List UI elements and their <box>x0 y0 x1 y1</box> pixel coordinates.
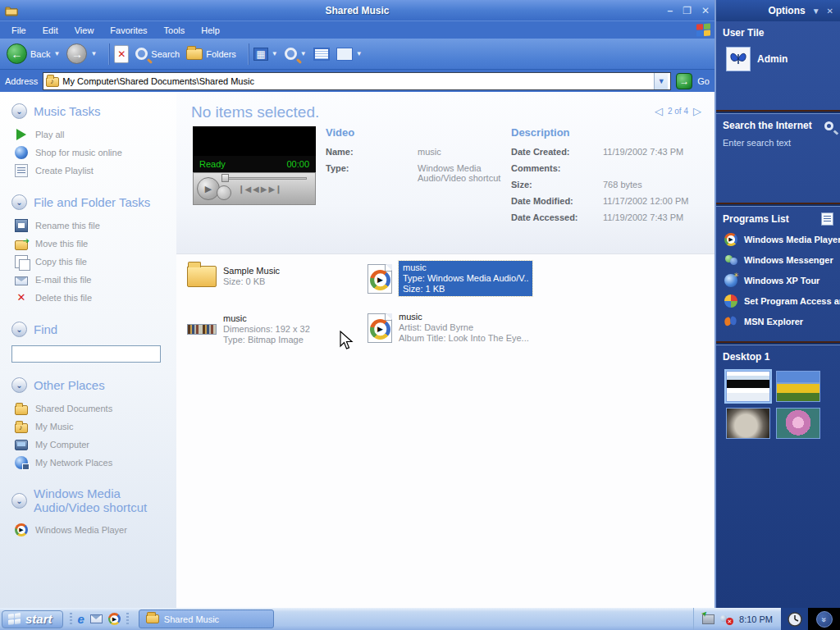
program-messenger[interactable]: Windows Messenger <box>724 253 833 267</box>
menu-view[interactable]: View <box>66 21 103 39</box>
zoom-button[interactable]: ▼ <box>285 48 307 60</box>
email-launch-icon[interactable] <box>90 614 103 623</box>
task-copy-file[interactable]: Copy this file <box>0 253 176 271</box>
file-tile-sample-music[interactable]: Sample Music Size: 0 KB <box>187 266 280 287</box>
search-button[interactable]: Search <box>135 48 180 60</box>
collapse-chevron-icon[interactable]: ⌄ <box>11 493 27 509</box>
tiles-view-button[interactable]: ▼ <box>336 48 363 61</box>
back-button[interactable]: ← Back ▼ <box>7 43 60 64</box>
clock-icon[interactable] <box>788 612 802 627</box>
sidebar-clock-zone <box>781 608 808 630</box>
rewind-button[interactable]: ◀ <box>253 185 259 194</box>
play-icon <box>15 128 28 141</box>
internet-explorer-icon[interactable]: e <box>78 613 84 626</box>
globe-icon <box>15 146 28 159</box>
pager-prev-icon[interactable]: ◁ <box>655 105 663 117</box>
chevron-expand-icon[interactable]: » <box>816 611 833 628</box>
program-xp-tour[interactable]: Windows XP Tour <box>724 274 833 287</box>
wmp-file-icon <box>368 313 392 343</box>
computer-icon <box>15 440 28 450</box>
folders-button[interactable]: Folders <box>186 48 236 60</box>
video-details-title: Video <box>326 126 506 139</box>
views-dropdown-icon[interactable]: ▼ <box>272 50 278 57</box>
safely-remove-hardware-icon[interactable] <box>702 614 714 624</box>
file-tile-music-bitmap[interactable]: music Dimensions: 192 x 32 Type: Bitmap … <box>187 313 310 345</box>
desktop-thumbnail-3[interactable] <box>726 408 770 439</box>
place-shared-documents[interactable]: Shared Documents <box>0 399 176 418</box>
close-button[interactable]: ✕ <box>701 3 710 18</box>
toolbar-grip[interactable] <box>70 613 72 626</box>
seek-thumb[interactable] <box>221 174 229 182</box>
forward-dropdown-icon[interactable]: ▼ <box>90 50 97 57</box>
place-my-music[interactable]: My Music <box>0 418 176 436</box>
sidebar-search-input[interactable]: Enter search text <box>723 138 833 148</box>
sidebar-options-button[interactable]: Options <box>768 5 805 16</box>
sidebar-close-icon[interactable]: ✕ <box>827 7 833 16</box>
views-icon: ▦ <box>253 48 268 61</box>
user-tile[interactable]: Admin <box>726 47 833 71</box>
task-shop-music[interactable]: Shop for music online <box>0 144 176 162</box>
task-move-file[interactable]: Move this file <box>0 235 176 253</box>
tiles-dropdown-icon[interactable]: ▼ <box>356 50 363 57</box>
desktop-thumbnail-2[interactable] <box>776 371 820 402</box>
wmp-launch-icon[interactable] <box>108 613 121 625</box>
menu-favorites[interactable]: Favorites <box>102 21 155 39</box>
find-input[interactable] <box>11 345 161 363</box>
menu-tools[interactable]: Tools <box>156 21 194 39</box>
messenger-offline-icon[interactable]: ✕ <box>720 614 733 624</box>
seek-track[interactable] <box>225 177 307 180</box>
program-set-access[interactable]: Set Program Access and <box>724 294 833 308</box>
prev-track-button[interactable]: ❙◀ <box>238 185 251 194</box>
back-dropdown-icon[interactable]: ▼ <box>53 50 60 57</box>
collapse-chevron-icon[interactable]: ⌄ <box>11 377 27 393</box>
address-input[interactable]: My Computer\Shared Documents\Shared Musi… <box>43 72 671 90</box>
toolbar-grip[interactable] <box>126 613 129 626</box>
details-view-icon <box>313 48 330 61</box>
views-button[interactable]: ▦ ▼ <box>253 48 278 61</box>
go-label[interactable]: Go <box>697 76 710 86</box>
desktop-thumbnail-1[interactable] <box>726 371 770 402</box>
taskbar-button-shared-music[interactable]: Shared Music <box>139 609 274 628</box>
program-msn[interactable]: MSN Explorer <box>724 315 833 328</box>
program-wmp[interactable]: Windows Media Player <box>724 233 833 246</box>
shortcut-wmp[interactable]: Windows Media Player <box>0 521 176 539</box>
notepad-icon[interactable] <box>821 212 833 226</box>
pager-next-icon[interactable]: ▷ <box>693 105 701 117</box>
stop-button[interactable]: ✕ <box>114 45 129 63</box>
details-view-button[interactable] <box>313 48 330 61</box>
menu-help[interactable]: Help <box>193 21 228 39</box>
restore-button[interactable]: ❐ <box>682 3 692 18</box>
wmp-icon <box>724 233 737 246</box>
file-tile-music-audio[interactable]: music Artist: David Byrne Album Title: L… <box>368 312 529 344</box>
title-bar[interactable]: Shared Music – ❐ ✕ <box>0 0 714 21</box>
place-my-network[interactable]: My Network Places <box>0 454 176 472</box>
task-delete-file[interactable]: ✕Delete this file <box>0 289 176 307</box>
collapse-chevron-icon[interactable]: ⌄ <box>11 103 27 119</box>
selected-file-label[interactable]: music Type: Windows Media Audio/V... Siz… <box>399 261 532 296</box>
task-create-playlist[interactable]: Create Playlist <box>0 162 176 180</box>
address-dropdown-icon[interactable]: ▼ <box>654 73 668 89</box>
search-icon[interactable] <box>824 121 833 130</box>
forward-button[interactable]: → ▼ <box>66 43 97 64</box>
zoom-dropdown-icon[interactable]: ▼ <box>300 50 307 57</box>
menu-file[interactable]: File <box>3 21 34 39</box>
collapse-chevron-icon[interactable]: ⌄ <box>11 194 27 210</box>
collapse-chevron-icon[interactable]: ⌄ <box>11 322 27 337</box>
msn-icon <box>724 315 737 328</box>
file-tile-music-shortcut-selected[interactable]: music Type: Windows Media Audio/V... Siz… <box>368 261 532 296</box>
place-my-computer[interactable]: My Computer <box>0 436 176 454</box>
task-play-all[interactable]: Play all <box>0 126 176 144</box>
next-track-button[interactable]: ▶❙ <box>268 185 281 194</box>
section-other-places: ⌄ Other Places Shared Documents My Music… <box>0 377 176 472</box>
minimize-button[interactable]: – <box>667 3 673 18</box>
play-button[interactable]: ▶ <box>197 177 220 200</box>
start-button[interactable]: start <box>2 610 63 628</box>
sidebar-options-dropdown-icon[interactable]: ▼ <box>812 7 820 16</box>
stop-button[interactable] <box>217 185 231 200</box>
task-email-file[interactable]: E-mail this file <box>0 271 176 289</box>
go-icon[interactable]: → <box>676 73 692 89</box>
desktop-thumbnail-4[interactable] <box>776 408 820 439</box>
fast-forward-button[interactable]: ▶ <box>261 185 267 194</box>
menu-edit[interactable]: Edit <box>34 21 66 39</box>
task-rename-file[interactable]: Rename this file <box>0 217 176 235</box>
